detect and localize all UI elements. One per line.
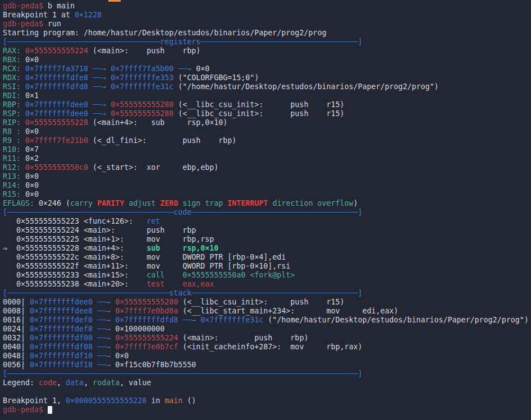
terminal-text: call 0×5555555550a0 <fork@plt> [147,271,295,279]
terminal-line: 0040| 0×7fffffffdf08 ──→ 0×7ffff7e0b7cf … [3,343,531,352]
terminal-output: gdb-peda$ b mainBreakpoint 1 at 0×1228gd… [0,0,531,414]
terminal-text: Legend: [3,379,39,387]
terminal-text: ──→ [173,64,196,73]
terminal-text: ──→ [88,109,111,118]
terminal-line: RDI: 0×1 [3,91,531,100]
terminal-text: rodata [93,379,120,387]
terminal-text: code [39,379,57,387]
terminal-text: 0×7ffff7e0b7cf [115,343,178,351]
terminal-line: gdb-peda$ [3,405,531,414]
terminal-text: 0×100000000 [115,325,164,333]
terminal-text: PARITY [97,199,124,207]
terminal-line: R11: 0×2 [3,154,531,163]
terminal-text: (<main+4>: sub rsp,0×10) [88,118,227,127]
terminal-text: RIP: [3,118,25,127]
terminal-text: 0×7fffffffe31c [200,316,263,324]
terminal-text: 0×0 [115,352,129,360]
terminal-line: Starting program: /home/hastur/Desktop/e… [3,29,531,38]
terminal-text: carry [70,199,97,207]
terminal-text: 0×7ffff7e0bd0a [115,307,178,315]
terminal-text: R8 : [3,127,25,136]
terminal-text: RCX: [3,64,25,73]
terminal-text: ("COLORFGBG=15;0") [173,73,259,82]
terminal-text: ret [147,217,160,225]
terminal-text: 0×7 [25,145,39,154]
terminal-line: ⇒ 0×555555555228 <main+4>: sub rsp,0×10 [3,244,531,253]
terminal-text: ──→ [93,325,115,333]
terminal-text: ──→ [93,343,115,351]
terminal-line: EFLAGS: 0×246 (carry PARITY adjust ZERO … [3,199,531,208]
terminal-text: 0×1 [25,91,39,100]
terminal-text: 0×7fffffffdf18 [30,361,93,369]
terminal-text: 0×2 [25,154,39,163]
terminal-text: ("/home/hastur/Desktop/estudos/binarios/… [263,316,528,324]
terminal-text: RDI: [3,91,25,100]
terminal-cursor[interactable] [48,406,52,414]
terminal-text: 0×7fffffffdee8 [30,307,93,315]
terminal-text: 0×7fffffffdf00 [30,334,93,342]
terminal-text: , [84,379,93,387]
terminal-text: 0×0 [25,172,39,181]
terminal-text: 0×7ffff7fe21b0 [25,136,88,145]
terminal-text: R9 : [3,136,25,145]
terminal-text: ──→ [88,64,111,73]
terminal-line: 0×555555555223 <func+126>: ret [3,217,531,226]
terminal-text: , [57,379,66,387]
terminal-line: RBP: 0×7fffffffdee0 ──→ 0×555555555280 (… [3,100,531,109]
terminal-text: 0×1228 [75,11,102,19]
terminal-text: 0×7fffffffdee0 [25,109,88,118]
terminal-text: sub rsp,0×10 [147,244,218,252]
terminal-text: RDX: [3,73,25,82]
terminal-text: 0×7fffffffdef8 [30,325,93,333]
terminal-text: ──→ [93,352,115,360]
terminal-text: RSI: [3,82,25,91]
terminal-text: (<__libc_csu_init>: push r15) [173,109,344,118]
terminal-text: main [164,396,182,405]
terminal-text: 0×246 ( [39,199,70,207]
terminal-text: 0048| [3,352,30,360]
terminal-text: R15: [3,190,25,199]
terminal-text: ──→ [88,82,111,91]
terminal-line: 0×555555555225 <main+1>: mov rbp,rsp [3,235,531,244]
terminal-text: 0×555555555225 <main+1>: mov rbp,rsp [3,235,214,243]
terminal-text: 0×7fffffffdfd8 [25,82,88,91]
terminal-text: 0×55555555522f <main+11>: mov QWORD PTR … [3,262,290,270]
terminal-text: direction overflow [268,199,353,207]
terminal-text: run [48,20,61,28]
terminal-text: [──────────────────────────────────regis… [3,38,362,46]
terminal-line: [───────────────────────────────────────… [3,370,531,379]
terminal-text: (<main>: push rbp) [178,334,308,342]
terminal-text: 0×5555555550c0 [25,163,88,172]
terminal-line: R14: 0×0 [3,181,531,190]
terminal-text: (<main>: push rbp) [88,47,200,55]
terminal-line: 0016| 0×7fffffffdef0 ──→ 0×7fffffffdfd8 … [3,316,531,325]
terminal-text: ZERO [160,199,178,207]
prompt-label: gdb-peda$ [3,20,48,28]
terminal-text: INTERRUPT [227,199,268,207]
terminal-text: test eax,eax [147,280,214,288]
terminal-text: (<init_cacheinfo+287>: mov rbp,rax) [178,343,362,351]
terminal-line: [─────────────────────────────────────co… [3,208,531,217]
terminal-text: 0×7fffffffdfe8 [25,73,88,82]
terminal-line: 0056| 0×7fffffffdf18 ──→ 0×f15c0b7f8b7b5… [3,361,531,370]
terminal-text: sign trap [178,199,227,207]
terminal-text: 0×7fffffffdfd8 [115,316,178,324]
terminal-line: 0032| 0×7fffffffdf00 ──→ 0×555555555224 … [3,334,531,343]
terminal-text: 0×555555555223 <func+126>: [3,217,147,225]
terminal-text: 0000| [3,298,30,306]
terminal-line: 0008| 0×7fffffffdee8 ──→ 0×7ffff7e0bd0a … [3,307,531,316]
terminal-text: 0×7ffff7fa3718 [25,64,88,73]
prompt-label: gdb-peda$ [3,2,48,10]
terminal-line: RCX: 0×7ffff7fa3718 ──→ 0×7ffff7fa5b00 ─… [3,64,531,73]
terminal-text: 0×f15c0b7f8b7b5550 [115,361,196,369]
terminal-text: 0008| [3,307,30,315]
terminal-line: Breakpoint 1, 0×0000555555555228 in main… [3,396,531,405]
terminal-line: R13: 0×0 [3,172,531,181]
terminal-line: R12: 0×5555555550c0 (<_start>: xor ebp,e… [3,163,531,172]
terminal-line: 0×555555555233 <main+15>: call 0×5555555… [3,271,531,280]
terminal-line: 0×555555555238 <main+20>: test eax,eax [3,280,531,289]
terminal-text: R11: [3,154,25,163]
terminal-text: 0×0 [25,181,39,190]
terminal-text: 0×7fffffffdf08 [30,343,93,351]
terminal-text: 0×555555555280 [111,109,173,118]
